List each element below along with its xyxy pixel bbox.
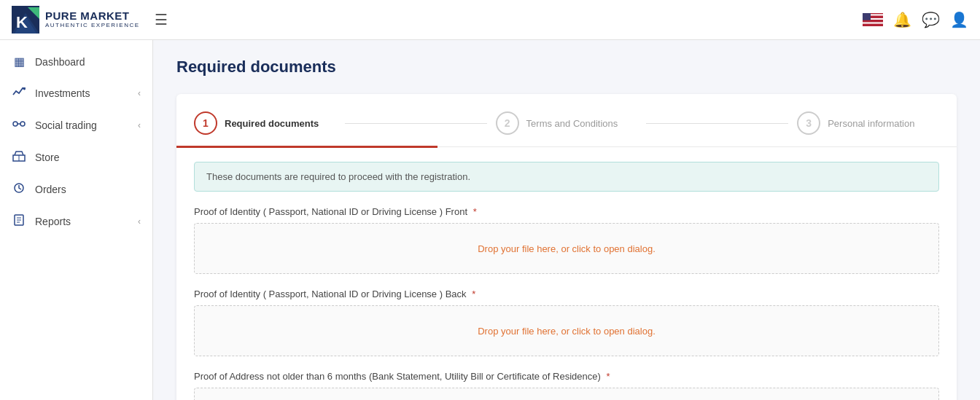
sidebar-label-social-trading: Social trading xyxy=(35,119,97,131)
field-id-front: Proof of Identity ( Passport, National I… xyxy=(194,206,939,274)
svg-rect-12 xyxy=(863,24,883,26)
sidebar-label-reports: Reports xyxy=(35,216,71,227)
field-label-address-proof: Proof of Address not older than 6 months… xyxy=(194,371,939,382)
investments-icon xyxy=(12,86,26,101)
sidebar-label-orders: Orders xyxy=(35,184,66,195)
navbar-right: 🔔 💬 👤 xyxy=(863,11,968,28)
drop-zone-id-front[interactable]: Drop your file here, or click to open di… xyxy=(194,223,939,274)
sidebar-item-reports[interactable]: Reports ‹ xyxy=(0,205,152,238)
sidebar-label-dashboard: Dashboard xyxy=(35,56,85,68)
step-label-3: Personal information xyxy=(828,118,914,129)
info-box-text: These documents are required to proceed … xyxy=(206,171,470,182)
notifications-icon[interactable]: 🔔 xyxy=(893,11,911,28)
drop-zone-address-proof[interactable]: Drop your file here, or click to open di… xyxy=(194,388,939,400)
svg-point-14 xyxy=(13,122,18,126)
social-trading-chevron: ‹ xyxy=(138,120,141,130)
orders-icon xyxy=(12,182,26,197)
step-circle-1: 1 xyxy=(194,111,217,135)
brand-name: PURE MARKET xyxy=(45,10,140,23)
reports-chevron: ‹ xyxy=(138,216,141,227)
social-trading-icon xyxy=(12,118,26,133)
form-area: These documents are required to proceed … xyxy=(194,147,939,400)
drop-zone-text-1: Drop your file here, or click to open di… xyxy=(478,243,656,254)
main-content: Required documents 1 Required documents … xyxy=(153,40,980,400)
sidebar-item-investments[interactable]: Investments ‹ xyxy=(0,77,152,109)
hamburger-button[interactable]: ☰ xyxy=(152,8,171,31)
sidebar-label-store: Store xyxy=(35,152,59,163)
user-icon[interactable]: 👤 xyxy=(950,11,968,28)
sidebar: ▦ Dashboard Investments ‹ Social trading… xyxy=(0,40,153,400)
page-title: Required documents xyxy=(176,58,957,77)
step-progress-bar-container xyxy=(176,146,957,147)
navbar: K PURE MARKET AUTHENTIC EXPERIENCE ☰ 🔔 💬… xyxy=(0,0,980,40)
sidebar-item-orders[interactable]: Orders xyxy=(0,173,152,205)
field-label-id-front: Proof of Identity ( Passport, National I… xyxy=(194,206,939,217)
step-label-1: Required documents xyxy=(225,118,319,129)
brand-tagline: AUTHENTIC EXPERIENCE xyxy=(45,23,140,29)
layout: ▦ Dashboard Investments ‹ Social trading… xyxy=(0,40,980,400)
svg-rect-13 xyxy=(863,13,871,20)
store-icon xyxy=(12,150,26,165)
step-1: 1 Required documents xyxy=(194,111,336,135)
step-circle-2: 2 xyxy=(496,111,519,135)
dashboard-icon: ▦ xyxy=(12,55,26,68)
required-indicator-3: * xyxy=(606,371,610,382)
reports-icon xyxy=(12,214,26,229)
info-box: These documents are required to proceed … xyxy=(194,162,939,192)
required-indicator-2: * xyxy=(472,289,475,299)
svg-point-15 xyxy=(20,122,25,126)
sidebar-label-investments: Investments xyxy=(35,87,90,99)
step-line-1-2 xyxy=(345,123,487,124)
svg-rect-10 xyxy=(863,20,883,22)
logo-icon: K xyxy=(12,6,39,34)
field-label-id-back: Proof of Identity ( Passport, National I… xyxy=(194,289,939,299)
sidebar-item-social-trading[interactable]: Social trading ‹ xyxy=(0,109,152,141)
field-id-back: Proof of Identity ( Passport, National I… xyxy=(194,289,939,356)
messages-icon[interactable]: 💬 xyxy=(922,11,940,28)
steps-header: 1 Required documents 2 Terms and Conditi… xyxy=(194,111,939,146)
steps-card: 1 Required documents 2 Terms and Conditi… xyxy=(176,94,957,400)
svg-text:K: K xyxy=(16,13,28,31)
step-label-2: Terms and Conditions xyxy=(526,118,618,129)
required-indicator-1: * xyxy=(473,206,477,217)
sidebar-item-store[interactable]: Store xyxy=(0,141,152,173)
step-2: 2 Terms and Conditions xyxy=(496,111,638,135)
sidebar-item-dashboard[interactable]: ▦ Dashboard xyxy=(0,46,152,77)
logo: K PURE MARKET AUTHENTIC EXPERIENCE xyxy=(12,6,140,34)
svg-rect-11 xyxy=(863,22,883,23)
step-3: 3 Personal information xyxy=(797,111,939,135)
step-circle-3: 3 xyxy=(797,111,820,135)
drop-zone-text-2: Drop your file here, or click to open di… xyxy=(478,326,656,337)
flag-icon[interactable] xyxy=(863,13,883,26)
active-step-bar xyxy=(176,146,438,148)
step-line-2-3 xyxy=(646,123,788,124)
investments-chevron: ‹ xyxy=(138,88,141,98)
drop-zone-id-back[interactable]: Drop your file here, or click to open di… xyxy=(194,305,939,356)
logo-text: PURE MARKET AUTHENTIC EXPERIENCE xyxy=(45,10,140,28)
field-address-proof: Proof of Address not older than 6 months… xyxy=(194,371,939,400)
navbar-left: K PURE MARKET AUTHENTIC EXPERIENCE ☰ xyxy=(12,6,171,34)
